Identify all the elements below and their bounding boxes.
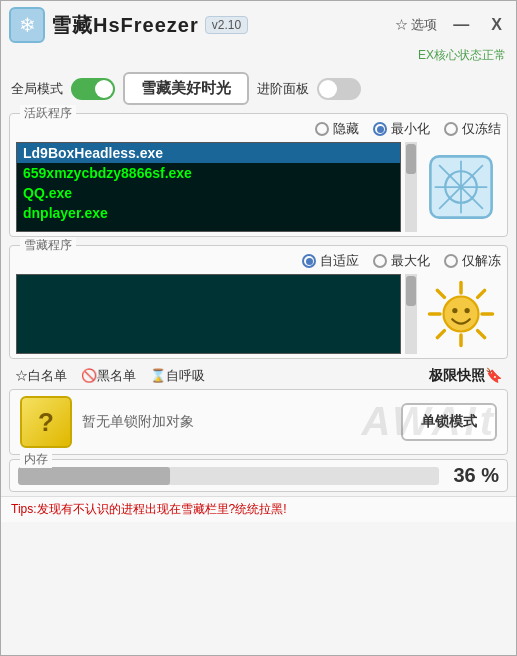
minimize-button[interactable]: — xyxy=(447,14,475,36)
radio-unfreeze-label: 仅解冻 xyxy=(462,252,501,270)
memory-bar-row: 36 % xyxy=(18,464,499,487)
close-button[interactable]: X xyxy=(485,14,508,36)
radio-hide[interactable]: 隐藏 xyxy=(315,120,359,138)
svg-line-10 xyxy=(437,290,444,297)
advanced-panel-toggle[interactable] xyxy=(317,78,361,100)
tips-row: Tips:发现有不认识的进程出现在雪藏栏里?统统拉黑! xyxy=(1,496,516,522)
radio-adaptive-circle xyxy=(302,254,316,268)
snow-programs-label: 雪藏程序 xyxy=(20,237,76,254)
radio-maximize[interactable]: 最大化 xyxy=(373,252,430,270)
memory-percent: 36 % xyxy=(447,464,499,487)
list-item[interactable]: dnplayer.exe xyxy=(17,203,400,223)
scrollbar-thumb xyxy=(406,276,416,306)
single-lock-button[interactable]: 单锁模式 xyxy=(401,403,497,441)
window-controls: ☆ 选项 — X xyxy=(395,14,508,36)
snow-program-list[interactable] xyxy=(16,274,401,354)
feature-row: ☆白名单 🚫黑名单 ⌛自呼吸 极限快照🔖 xyxy=(1,363,516,389)
active-programs-section: 活跃程序 隐藏 最小化 仅冻结 Ld9BoxHeadless.exe 659xm… xyxy=(9,113,508,237)
svg-point-16 xyxy=(465,308,470,313)
blacklist-button[interactable]: 🚫黑名单 xyxy=(81,367,136,385)
global-mode-toggle[interactable] xyxy=(71,78,115,100)
radio-hide-label: 隐藏 xyxy=(333,120,359,138)
snow-programs-section: 雪藏程序 自适应 最大化 仅解冻 xyxy=(9,245,508,359)
whitelist-button[interactable]: ☆白名单 xyxy=(15,367,67,385)
tips-text: Tips:发现有不认识的进程出现在雪藏栏里?统统拉黑! xyxy=(11,502,287,516)
snow-radio-row: 自适应 最大化 仅解冻 xyxy=(16,252,501,270)
ice-cube-icon xyxy=(426,152,496,222)
memory-label: 内存 xyxy=(20,451,52,468)
app-version: v2.10 xyxy=(205,16,248,34)
program-list-scrollbar[interactable] xyxy=(405,142,417,232)
snow-icon-box xyxy=(421,274,501,354)
lock-status-text: 暂无单锁附加对象 xyxy=(82,413,391,431)
lock-row: ? 暂无单锁附加对象 单锁模式 AWAIt xyxy=(9,389,508,455)
snow-programs-area xyxy=(16,274,501,354)
main-action-button[interactable]: 雪藏美好时光 xyxy=(123,72,249,105)
sun-icon xyxy=(426,279,496,349)
svg-line-13 xyxy=(437,331,444,338)
radio-adaptive-label: 自适应 xyxy=(320,252,359,270)
app-icon: ❄ xyxy=(9,7,45,43)
radio-freeze-label: 仅冻结 xyxy=(462,120,501,138)
radio-unfreeze-circle xyxy=(444,254,458,268)
programs-area: Ld9BoxHeadless.exe 659xmzycbdzy8866sf.ex… xyxy=(16,142,501,232)
question-icon-box: ? xyxy=(20,396,72,448)
snow-list-scrollbar[interactable] xyxy=(405,274,417,354)
radio-freeze-circle xyxy=(444,122,458,136)
global-mode-label: 全局模式 xyxy=(11,80,63,98)
list-item[interactable]: 659xmzycbdzy8866sf.exe xyxy=(17,163,400,183)
title-bar: ❄ 雪藏HsFreezer v2.10 ☆ 选项 — X xyxy=(1,1,516,47)
autobreath-button[interactable]: ⌛自呼吸 xyxy=(150,367,205,385)
radio-freeze[interactable]: 仅冻结 xyxy=(444,120,501,138)
program-list[interactable]: Ld9BoxHeadless.exe 659xmzycbdzy8866sf.ex… xyxy=(16,142,401,232)
scrollbar-thumb xyxy=(406,144,416,174)
svg-line-12 xyxy=(478,290,485,297)
active-icon-box xyxy=(421,142,501,232)
top-controls: 全局模式 雪藏美好时光 进阶面板 xyxy=(1,68,516,109)
memory-bar-fill xyxy=(18,467,170,485)
list-item[interactable]: Ld9BoxHeadless.exe xyxy=(17,143,400,163)
status-row: EX核心状态正常 xyxy=(1,47,516,68)
app-title: 雪藏HsFreezer xyxy=(51,12,199,39)
svg-point-15 xyxy=(452,308,457,313)
memory-section: 内存 36 % xyxy=(9,459,508,492)
active-programs-label: 活跃程序 xyxy=(20,105,76,122)
radio-hide-circle xyxy=(315,122,329,136)
list-item[interactable]: QQ.exe xyxy=(17,183,400,203)
question-mark-icon: ? xyxy=(38,407,54,438)
radio-adaptive[interactable]: 自适应 xyxy=(302,252,359,270)
svg-line-11 xyxy=(478,331,485,338)
snapshot-button[interactable]: 极限快照🔖 xyxy=(429,367,502,385)
active-radio-row: 隐藏 最小化 仅冻结 xyxy=(16,120,501,138)
memory-bar-background xyxy=(18,467,439,485)
radio-unfreeze[interactable]: 仅解冻 xyxy=(444,252,501,270)
radio-minimize-circle xyxy=(373,122,387,136)
main-window: ❄ 雪藏HsFreezer v2.10 ☆ 选项 — X EX核心状态正常 全局… xyxy=(0,0,517,656)
radio-maximize-circle xyxy=(373,254,387,268)
snowflake-icon: ❄ xyxy=(19,13,36,37)
radio-minimize-label: 最小化 xyxy=(391,120,430,138)
ex-status-text: EX核心状态正常 xyxy=(418,48,506,62)
radio-maximize-label: 最大化 xyxy=(391,252,430,270)
options-menu-button[interactable]: ☆ 选项 xyxy=(395,16,438,34)
advanced-panel-label: 进阶面板 xyxy=(257,80,309,98)
radio-minimize[interactable]: 最小化 xyxy=(373,120,430,138)
svg-point-14 xyxy=(444,297,479,332)
